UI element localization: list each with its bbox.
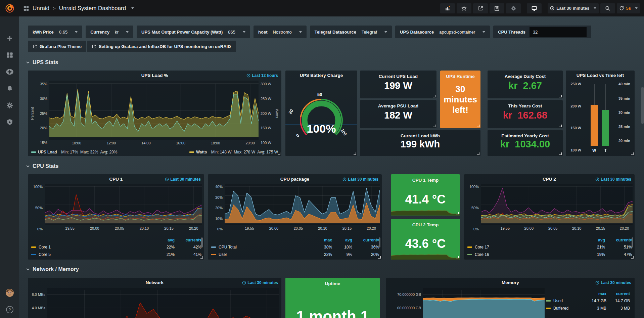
variable-value[interactable]: 0.65: [59, 30, 67, 35]
series-label[interactable]: User: [219, 252, 312, 257]
section-network-memory[interactable]: Network / Memory: [26, 266, 79, 272]
panel-time-range[interactable]: Last 30 minutes: [242, 280, 278, 285]
legend-row[interactable]: CPU Total 38% 18% 36%: [211, 243, 379, 251]
legend-scrollbar[interactable]: [201, 237, 203, 247]
legend-item[interactable]: Watts Min: 148 W Max: 278 W Avg: 175 W: [189, 150, 278, 154]
panel-title[interactable]: CPU 1 Temp: [412, 178, 439, 183]
cpu-package-chart[interactable]: [225, 184, 380, 225]
legend-scrollbar[interactable]: [632, 237, 633, 247]
legend-col-header[interactable]: avg: [154, 238, 175, 242]
zoom-out-button[interactable]: [600, 3, 615, 13]
grafana-logo[interactable]: [0, 0, 19, 16]
sidebar-item-server-admin[interactable]: [0, 114, 19, 131]
refresh-button[interactable]: 5s: [617, 3, 640, 13]
breadcrumb-folder[interactable]: Unraid: [33, 5, 49, 12]
bar-chart[interactable]: WT: [583, 82, 616, 153]
panel-title[interactable]: CPU 1: [109, 177, 123, 182]
variable-dropdown[interactable]: host Nostromo: [254, 26, 307, 38]
panel-title[interactable]: CPU 2 Temp: [412, 222, 439, 227]
dashboard-link-label[interactable]: Grafana Plex Theme: [40, 44, 82, 49]
legend-col-header[interactable]: avg: [585, 238, 605, 242]
variable-dropdown[interactable]: Currency kr: [86, 26, 133, 38]
legend-item[interactable]: UPS Load Min: 17% Max: 32% Avg: 20%: [31, 150, 118, 154]
panel-time-range[interactable]: Last 30 minutes: [595, 177, 631, 182]
legend-row[interactable]: Buffered 3 MB 3 MB: [546, 305, 630, 312]
panel-time-range[interactable]: Last 30 minutes: [165, 177, 201, 182]
dashboard-link[interactable]: Grafana Plex Theme: [28, 41, 86, 52]
memory-chart[interactable]: [423, 288, 545, 318]
legend-row[interactable]: Used 14.7 GB 14.7 GB: [546, 297, 630, 305]
panel-title[interactable]: CPU package: [280, 177, 309, 182]
refresh-interval[interactable]: 5s: [626, 6, 631, 11]
panel-title[interactable]: UPS Load %: [141, 73, 168, 78]
legend-col-header[interactable]: current▾: [352, 238, 379, 242]
panel-time-range[interactable]: Last 30 minutes: [342, 177, 378, 182]
variable-dropdown[interactable]: kWh Price 0.65: [28, 26, 82, 38]
dashboard-link[interactable]: Setting up Grafana and InfluxDB for UPS …: [87, 41, 236, 52]
page-scrollbar-thumb[interactable]: [641, 87, 644, 124]
legend-row[interactable]: Core 5 21% 41%: [31, 251, 201, 258]
variable-value[interactable]: apcupsd-container: [439, 30, 475, 35]
share-button[interactable]: [473, 3, 488, 13]
legend-col-header[interactable]: current: [606, 291, 630, 296]
legend-row[interactable]: Core 1 22% 42%: [31, 243, 201, 251]
dashboard-link-label[interactable]: Setting up Grafana and InfluxDB for UPS …: [99, 44, 231, 49]
cpu-2-chart[interactable]: [481, 184, 633, 225]
sidebar-item-create[interactable]: [0, 30, 19, 47]
dashboard-title[interactable]: Unraid System Dashboard: [59, 5, 126, 12]
panel-title[interactable]: CPU 2: [543, 177, 556, 182]
sidebar-item-dashboards[interactable]: [0, 47, 19, 63]
panel-title[interactable]: UPS Load vs Time left: [577, 73, 624, 78]
variable-value[interactable]: 865: [228, 30, 235, 35]
sidebar-item-explore[interactable]: [0, 63, 19, 80]
panel-title[interactable]: Current Load kWh: [401, 133, 440, 138]
series-label[interactable]: CPU Total: [219, 245, 312, 249]
panel-title[interactable]: UPS Runtime: [446, 74, 475, 79]
page-scrollbar[interactable]: [641, 16, 644, 318]
bar[interactable]: [602, 110, 609, 146]
ups-load-chart[interactable]: [49, 81, 259, 140]
cycle-view-button[interactable]: [527, 3, 542, 13]
legend-col-header[interactable]: current▾: [605, 238, 632, 242]
sidebar-item-alerting[interactable]: [0, 80, 19, 97]
cpu-threads-input[interactable]: [530, 27, 587, 37]
variable-value[interactable]: Telegraf: [362, 30, 377, 35]
network-chart[interactable]: [47, 288, 279, 318]
legend-col-header[interactable]: current▾: [175, 238, 201, 242]
time-range-picker[interactable]: Last 30 minutes: [548, 3, 598, 13]
sidebar-item-profile[interactable]: [0, 284, 19, 301]
series-label[interactable]: Buffered: [553, 306, 583, 311]
legend-row[interactable]: Core 17 21% 51%: [467, 243, 632, 251]
panel-title[interactable]: Estimated Yearly Cost: [501, 133, 549, 138]
section-cpu-stats[interactable]: CPU Stats: [26, 163, 58, 169]
bar[interactable]: [591, 105, 598, 146]
series-label[interactable]: Core 16: [475, 252, 585, 257]
panel-title[interactable]: This Years Cost: [508, 103, 542, 108]
panel-title[interactable]: Memory: [502, 280, 519, 285]
dashboard-settings-button[interactable]: [506, 3, 521, 13]
panel-time-range[interactable]: Last 12 hours: [246, 73, 278, 78]
cpu-1-chart[interactable]: [45, 184, 202, 225]
panel-time-range[interactable]: Last 30 minutes: [595, 280, 631, 285]
sidebar-item-configuration[interactable]: [0, 97, 19, 114]
star-button[interactable]: [457, 3, 471, 13]
variable-dropdown[interactable]: UPS Max Output Power Capacity (Watt) 865: [137, 26, 250, 38]
panel-title[interactable]: Average PSU Load: [378, 103, 418, 108]
legend-col-header[interactable]: max: [312, 238, 332, 242]
series-label[interactable]: Used: [553, 299, 583, 303]
save-button[interactable]: [490, 3, 504, 13]
add-panel-button[interactable]: [440, 3, 455, 13]
series-label[interactable]: Core 5: [39, 252, 154, 257]
legend-row[interactable]: User 22% 9% 20%: [211, 251, 379, 258]
panel-title[interactable]: Average Daily Cost: [505, 74, 546, 79]
panel-title[interactable]: Network: [146, 280, 164, 285]
section-ups-stats[interactable]: UPS Stats: [26, 59, 58, 65]
variable-value[interactable]: kr: [115, 30, 119, 35]
panel-title[interactable]: Uptime: [325, 281, 340, 286]
legend-col-header[interactable]: avg: [332, 238, 352, 242]
series-label[interactable]: Core 1: [39, 245, 154, 249]
legend-scrollbar[interactable]: [379, 237, 380, 247]
dashboard-title-caret-icon[interactable]: [131, 7, 134, 9]
series-label[interactable]: Watts: [196, 150, 207, 154]
variable-dropdown[interactable]: UPS Datasource apcupsd-container: [395, 26, 490, 38]
